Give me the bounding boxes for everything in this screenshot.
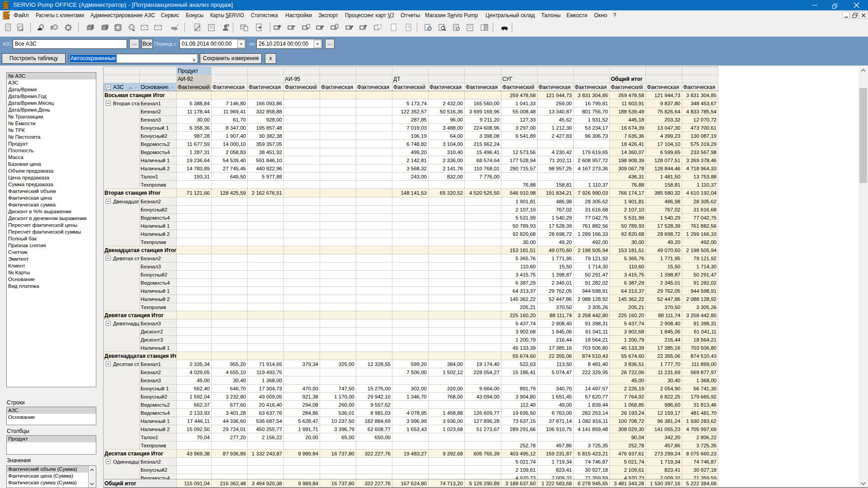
svg-text:?: ? bbox=[364, 24, 367, 28]
svg-text:SQL: SQL bbox=[171, 27, 178, 30]
